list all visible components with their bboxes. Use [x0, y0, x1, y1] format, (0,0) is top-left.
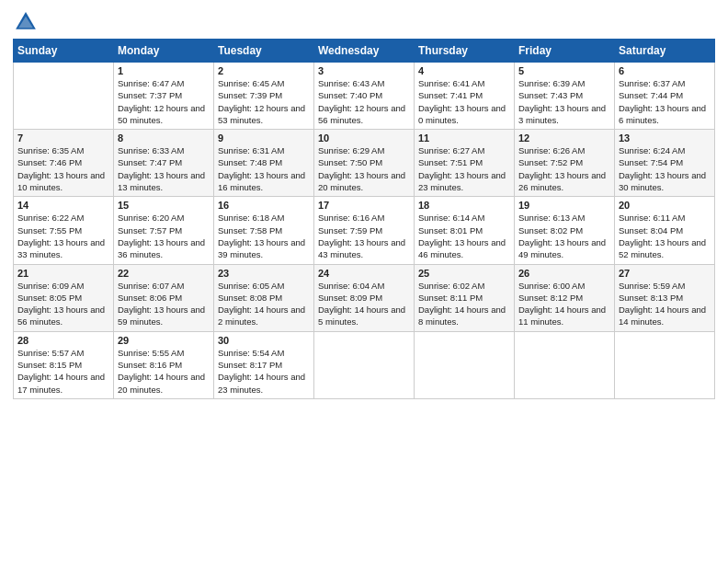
daylight-text: Daylight: 13 hours and 13 minutes.: [118, 170, 205, 192]
daylight-text: Daylight: 14 hours and 5 minutes.: [318, 304, 405, 327]
sunset-text: Sunset: 7:41 PM: [418, 90, 483, 100]
calendar-cell: 3Sunrise: 6:43 AMSunset: 7:40 PMDaylight…: [314, 63, 415, 130]
daylight-text: Daylight: 13 hours and 39 minutes.: [218, 237, 305, 259]
day-number: 4: [418, 65, 510, 76]
cell-info: Sunrise: 6:18 AMSunset: 7:58 PMDaylight:…: [218, 212, 310, 260]
daylight-text: Daylight: 13 hours and 10 minutes.: [17, 170, 105, 192]
week-row-2: 7Sunrise: 6:35 AMSunset: 7:46 PMDaylight…: [14, 130, 715, 197]
header-day-thursday: Thursday: [415, 40, 515, 63]
calendar-cell: 21Sunrise: 6:09 AMSunset: 8:05 PMDayligh…: [14, 264, 114, 331]
calendar-cell: 24Sunrise: 6:04 AMSunset: 8:09 PMDayligh…: [314, 264, 415, 331]
cell-info: Sunrise: 6:37 AMSunset: 7:44 PMDaylight:…: [619, 77, 711, 126]
day-number: 1: [118, 65, 210, 76]
day-number: 22: [118, 268, 210, 279]
sunrise-text: Sunrise: 6:26 AM: [518, 145, 585, 155]
sunrise-text: Sunrise: 6:02 AM: [418, 281, 484, 291]
cell-info: Sunrise: 6:33 AMSunset: 7:47 PMDaylight:…: [118, 144, 210, 193]
calendar-cell: 29Sunrise: 5:55 AMSunset: 8:16 PMDayligh…: [114, 331, 214, 398]
calendar-cell: 23Sunrise: 6:05 AMSunset: 8:08 PMDayligh…: [214, 264, 314, 331]
calendar-cell: 7Sunrise: 6:35 AMSunset: 7:46 PMDaylight…: [14, 130, 114, 197]
day-number: 25: [418, 268, 510, 279]
week-row-4: 21Sunrise: 6:09 AMSunset: 8:05 PMDayligh…: [14, 264, 715, 331]
day-number: 20: [619, 200, 711, 211]
cell-info: Sunrise: 6:24 AMSunset: 7:54 PMDaylight:…: [619, 144, 711, 193]
cell-info: Sunrise: 6:43 AMSunset: 7:40 PMDaylight:…: [318, 77, 410, 126]
sunrise-text: Sunrise: 6:18 AM: [218, 213, 284, 223]
sunrise-text: Sunrise: 6:45 AM: [218, 78, 284, 88]
cell-info: Sunrise: 6:20 AMSunset: 7:57 PMDaylight:…: [118, 212, 210, 260]
sunrise-text: Sunrise: 6:11 AM: [619, 213, 685, 223]
sunrise-text: Sunrise: 6:39 AM: [518, 78, 585, 88]
sunset-text: Sunset: 7:48 PM: [218, 157, 282, 167]
week-row-3: 14Sunrise: 6:22 AMSunset: 7:55 PMDayligh…: [14, 197, 715, 264]
cell-info: Sunrise: 6:07 AMSunset: 8:06 PMDaylight:…: [118, 280, 210, 328]
cell-info: Sunrise: 6:31 AMSunset: 7:48 PMDaylight:…: [218, 144, 310, 193]
sunrise-text: Sunrise: 5:54 AM: [218, 348, 284, 358]
calendar-body: 1Sunrise: 6:47 AMSunset: 7:37 PMDaylight…: [14, 63, 715, 399]
cell-info: Sunrise: 6:11 AMSunset: 8:04 PMDaylight:…: [619, 212, 711, 260]
sunset-text: Sunset: 8:09 PM: [318, 293, 382, 303]
day-number: 16: [218, 200, 310, 211]
cell-info: Sunrise: 6:04 AMSunset: 8:09 PMDaylight:…: [318, 280, 410, 328]
day-number: 10: [318, 132, 410, 144]
daylight-text: Daylight: 13 hours and 6 minutes.: [619, 103, 706, 125]
daylight-text: Daylight: 14 hours and 23 minutes.: [218, 372, 305, 394]
day-number: 17: [318, 200, 410, 211]
daylight-text: Daylight: 14 hours and 20 minutes.: [118, 372, 205, 394]
day-number: 14: [17, 200, 109, 211]
day-number: 12: [518, 132, 610, 144]
sunset-text: Sunset: 7:52 PM: [518, 157, 583, 167]
calendar-cell: 25Sunrise: 6:02 AMSunset: 8:11 PMDayligh…: [415, 264, 515, 331]
daylight-text: Daylight: 13 hours and 33 minutes.: [17, 237, 105, 259]
header-day-tuesday: Tuesday: [214, 40, 314, 63]
daylight-text: Daylight: 13 hours and 16 minutes.: [218, 170, 305, 192]
sunrise-text: Sunrise: 6:16 AM: [318, 213, 384, 223]
calendar-table: SundayMondayTuesdayWednesdayThursdayFrid…: [13, 39, 715, 399]
calendar-cell: 13Sunrise: 6:24 AMSunset: 7:54 PMDayligh…: [615, 130, 715, 197]
sunrise-text: Sunrise: 6:27 AM: [418, 145, 484, 155]
sunset-text: Sunset: 8:13 PM: [619, 293, 683, 303]
sunrise-text: Sunrise: 6:07 AM: [118, 281, 184, 291]
daylight-text: Daylight: 13 hours and 0 minutes.: [418, 103, 506, 125]
day-number: 19: [518, 200, 610, 211]
header-day-wednesday: Wednesday: [314, 40, 415, 63]
cell-info: Sunrise: 5:59 AMSunset: 8:13 PMDaylight:…: [619, 280, 711, 328]
calendar-cell: 4Sunrise: 6:41 AMSunset: 7:41 PMDaylight…: [415, 63, 515, 130]
calendar-cell: 5Sunrise: 6:39 AMSunset: 7:43 PMDaylight…: [515, 63, 615, 130]
header: [13, 9, 715, 35]
sunset-text: Sunset: 7:59 PM: [318, 225, 382, 236]
day-number: 21: [17, 268, 109, 279]
cell-info: Sunrise: 6:14 AMSunset: 8:01 PMDaylight:…: [418, 212, 510, 260]
cell-info: Sunrise: 6:16 AMSunset: 7:59 PMDaylight:…: [318, 212, 410, 260]
sunset-text: Sunset: 8:08 PM: [218, 293, 282, 303]
day-number: 29: [118, 335, 210, 346]
calendar-cell: 15Sunrise: 6:20 AMSunset: 7:57 PMDayligh…: [114, 197, 214, 264]
week-row-5: 28Sunrise: 5:57 AMSunset: 8:15 PMDayligh…: [14, 331, 715, 398]
daylight-text: Daylight: 12 hours and 50 minutes.: [118, 103, 205, 125]
daylight-text: Daylight: 13 hours and 30 minutes.: [619, 170, 706, 192]
cell-info: Sunrise: 6:29 AMSunset: 7:50 PMDaylight:…: [318, 144, 410, 193]
calendar-cell: 10Sunrise: 6:29 AMSunset: 7:50 PMDayligh…: [314, 130, 415, 197]
sunset-text: Sunset: 7:43 PM: [518, 90, 583, 100]
sunrise-text: Sunrise: 6:20 AM: [118, 213, 184, 223]
cell-info: Sunrise: 6:27 AMSunset: 7:51 PMDaylight:…: [418, 144, 510, 193]
sunset-text: Sunset: 8:06 PM: [118, 293, 182, 303]
sunset-text: Sunset: 8:01 PM: [418, 225, 483, 236]
calendar-cell: 11Sunrise: 6:27 AMSunset: 7:51 PMDayligh…: [415, 130, 515, 197]
daylight-text: Daylight: 14 hours and 11 minutes.: [518, 304, 606, 327]
sunrise-text: Sunrise: 5:57 AM: [17, 348, 84, 358]
day-number: 28: [17, 335, 109, 346]
day-number: 27: [619, 268, 711, 279]
day-number: 3: [318, 65, 410, 76]
calendar-cell: 16Sunrise: 6:18 AMSunset: 7:58 PMDayligh…: [214, 197, 314, 264]
calendar-cell: 1Sunrise: 6:47 AMSunset: 7:37 PMDaylight…: [114, 63, 214, 130]
calendar-cell: 12Sunrise: 6:26 AMSunset: 7:52 PMDayligh…: [515, 130, 615, 197]
sunrise-text: Sunrise: 6:37 AM: [619, 78, 685, 88]
calendar-cell: 22Sunrise: 6:07 AMSunset: 8:06 PMDayligh…: [114, 264, 214, 331]
cell-info: Sunrise: 6:45 AMSunset: 7:39 PMDaylight:…: [218, 77, 310, 126]
daylight-text: Daylight: 13 hours and 49 minutes.: [518, 237, 606, 259]
calendar-cell: 14Sunrise: 6:22 AMSunset: 7:55 PMDayligh…: [14, 197, 114, 264]
sunrise-text: Sunrise: 6:35 AM: [17, 145, 84, 155]
header-day-saturday: Saturday: [615, 40, 715, 63]
calendar-cell: 20Sunrise: 6:11 AMSunset: 8:04 PMDayligh…: [615, 197, 715, 264]
